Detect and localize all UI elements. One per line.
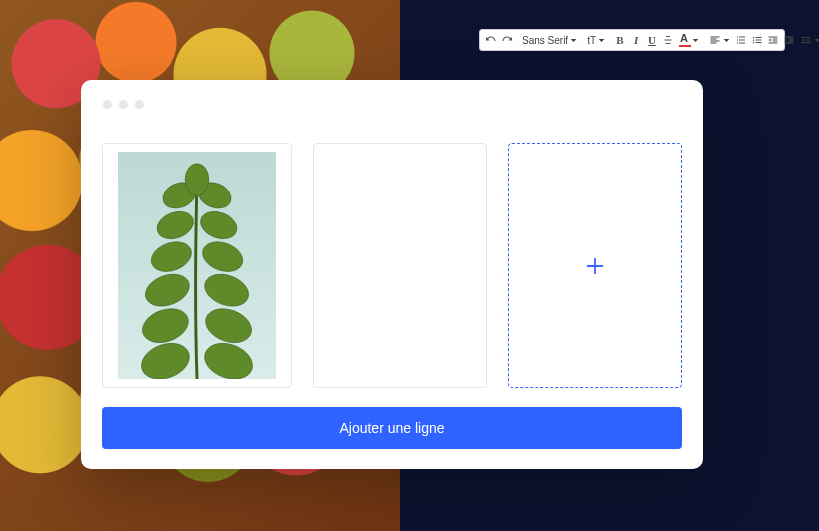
- app-stage: Sans Serif tT B I U A: [0, 0, 819, 531]
- line-height-select[interactable]: [798, 32, 819, 48]
- italic-button[interactable]: I: [629, 32, 643, 48]
- bold-button[interactable]: B: [613, 32, 627, 48]
- leaf-photo: [111, 152, 283, 379]
- underline-button[interactable]: U: [645, 32, 659, 48]
- grid-cell-image[interactable]: [102, 143, 292, 388]
- font-size-select[interactable]: tT: [585, 32, 607, 48]
- add-row-label: Ajouter une ligne: [339, 420, 444, 436]
- indent-decrease-icon: [767, 34, 779, 46]
- text-align-select[interactable]: [707, 32, 732, 48]
- text-format-toolbar: Sans Serif tT B I U A: [479, 29, 785, 51]
- grid-cell-add[interactable]: [508, 143, 682, 388]
- text-color-swatch: [679, 45, 691, 47]
- window-dot: [103, 100, 112, 109]
- editor-window: Ajouter une ligne: [81, 80, 703, 469]
- bullet-list-icon: [751, 34, 763, 46]
- chevron-down-icon: [692, 37, 699, 44]
- content-grid: [102, 143, 682, 388]
- add-row-button[interactable]: Ajouter une ligne: [102, 407, 682, 449]
- grid-cell-empty[interactable]: [313, 143, 487, 388]
- strikethrough-icon: [662, 34, 674, 46]
- plus-icon: [584, 255, 606, 277]
- align-left-icon: [709, 34, 721, 46]
- chevron-down-icon: [598, 37, 605, 44]
- undo-icon: [485, 34, 497, 46]
- strikethrough-button[interactable]: [661, 32, 675, 48]
- window-dot: [135, 100, 144, 109]
- redo-button[interactable]: [500, 32, 514, 48]
- indent-increase-button[interactable]: [782, 32, 796, 48]
- line-height-icon: [800, 34, 812, 46]
- font-family-label: Sans Serif: [522, 35, 568, 46]
- window-dot: [119, 100, 128, 109]
- indent-increase-icon: [783, 34, 795, 46]
- chevron-down-icon: [814, 37, 819, 44]
- bullet-list-button[interactable]: [750, 32, 764, 48]
- redo-icon: [501, 34, 513, 46]
- svg-point-13: [185, 164, 209, 196]
- chevron-down-icon: [723, 37, 730, 44]
- indent-decrease-button[interactable]: [766, 32, 780, 48]
- font-size-icon: tT: [587, 35, 596, 46]
- window-controls: [103, 100, 144, 109]
- text-color-select[interactable]: A: [677, 32, 701, 48]
- undo-button[interactable]: [484, 32, 498, 48]
- text-color-glyph: A: [680, 32, 688, 44]
- numbered-list-button[interactable]: [734, 32, 748, 48]
- chevron-down-icon: [570, 37, 577, 44]
- font-family-select[interactable]: Sans Serif: [520, 32, 579, 48]
- numbered-list-icon: [735, 34, 747, 46]
